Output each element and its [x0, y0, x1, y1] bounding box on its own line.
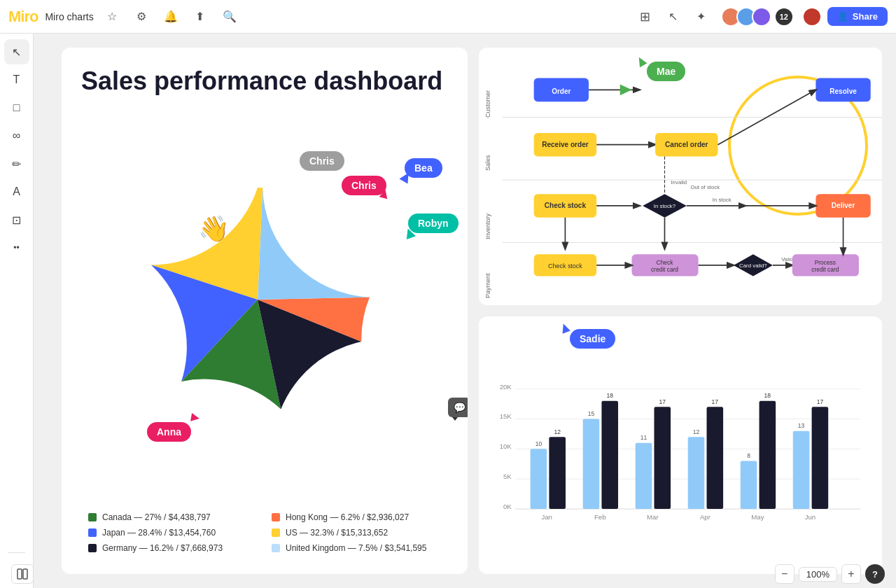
svg-text:Check: Check — [657, 259, 674, 266]
notifications-icon[interactable]: 🔔 — [160, 6, 182, 28]
svg-text:10: 10 — [536, 440, 542, 447]
help-button[interactable]: ? — [865, 564, 885, 584]
svg-text:0K: 0K — [503, 503, 512, 510]
pie-svg — [146, 188, 370, 412]
left-panel: Sales performance dashboard Chris Chris … — [62, 48, 468, 574]
comment-icon-2-symbol: 💬 — [454, 402, 465, 413]
svg-text:15K: 15K — [500, 412, 512, 420]
comment-icon-2[interactable]: 💬 — [448, 398, 468, 417]
svg-rect-70 — [688, 437, 705, 509]
current-user-avatar[interactable] — [802, 7, 822, 27]
panel-toggle-button[interactable] — [11, 564, 34, 584]
legend-dot-canada — [88, 513, 97, 522]
svg-text:17: 17 — [659, 398, 666, 405]
share-button[interactable]: 👤 Share — [827, 7, 888, 26]
svg-text:Order: Order — [552, 88, 570, 95]
canvas[interactable]: Sales performance dashboard Chris Chris … — [34, 34, 896, 588]
board-name[interactable]: Miro charts — [45, 11, 93, 22]
svg-text:10K: 10K — [500, 442, 512, 450]
flow-label-sales: Sales — [484, 132, 491, 195]
main-content: Sales performance dashboard Chris Chris … — [62, 48, 882, 574]
legend-item-japan: Japan — 28.4% / $13,454,760 — [88, 528, 258, 538]
chart-panel: Sadie 0K 5K 10K 15K 20K — [479, 316, 882, 574]
sidebar-separator — [8, 552, 25, 553]
svg-text:Card valid?: Card valid? — [739, 262, 767, 269]
legend-item-hongkong: Hong Kong — 6.2% / $2,936,027 — [272, 512, 441, 522]
svg-text:12: 12 — [554, 428, 561, 435]
svg-rect-55 — [531, 449, 547, 509]
svg-text:17: 17 — [712, 398, 719, 405]
svg-rect-61 — [601, 401, 618, 509]
text-tool[interactable]: T — [4, 67, 29, 92]
magic-icon[interactable]: ✦ — [690, 6, 713, 28]
cursor-tool[interactable]: ↖ — [4, 39, 29, 64]
flow-panel: Mae Customer Sales Inventory Payment — [479, 48, 882, 305]
settings-icon[interactable]: ⚙ — [130, 6, 153, 28]
svg-text:Mar: Mar — [647, 513, 659, 521]
svg-text:Cancel order: Cancel order — [665, 141, 708, 148]
svg-text:Receive order: Receive order — [542, 141, 589, 148]
search-icon[interactable]: 🔍 — [218, 6, 241, 28]
svg-text:May: May — [751, 513, 764, 521]
cursor-icon[interactable]: ↖ — [662, 6, 685, 28]
cursor-robyn: Robyn — [408, 214, 458, 233]
share-icon[interactable]: ⬆ — [189, 6, 211, 28]
svg-text:Invalid: Invalid — [671, 179, 687, 186]
sticky-tool[interactable]: □ — [4, 95, 29, 120]
share-icon-person: 👤 — [837, 11, 848, 22]
svg-rect-86 — [23, 569, 27, 579]
avatar-count[interactable]: 12 — [774, 7, 794, 27]
star-icon[interactable]: ☆ — [101, 6, 123, 28]
apps-icon[interactable]: ⊞ — [634, 6, 657, 28]
pen-tool[interactable]: ✏ — [4, 151, 29, 176]
legend-item-germany: Germany — 16.2% / $7,668,973 — [88, 543, 258, 553]
legend-item-canada: Canada — 27% / $4,438,797 — [88, 512, 258, 522]
svg-marker-6 — [620, 85, 632, 96]
svg-rect-65 — [636, 443, 652, 509]
svg-text:12: 12 — [693, 428, 700, 435]
svg-text:Out of stock: Out of stock — [690, 184, 720, 190]
cursor-bea: Bea — [405, 158, 442, 178]
legend-dot-hongkong — [272, 513, 280, 522]
bar-chart-svg: 0K 5K 10K 15K 20K 10 — [493, 328, 868, 563]
svg-text:15: 15 — [588, 410, 595, 417]
svg-text:Resolve: Resolve — [830, 88, 857, 95]
zoom-out-button[interactable]: − — [775, 564, 794, 584]
svg-text:Apr: Apr — [700, 513, 711, 521]
avatar-3[interactable] — [752, 7, 771, 27]
legend-dot-germany — [88, 544, 97, 552]
svg-text:Check stock: Check stock — [545, 202, 587, 209]
flow-label-inventory: Inventory — [484, 195, 491, 258]
cursor-arrow-bea — [399, 170, 412, 183]
svg-rect-81 — [812, 407, 829, 509]
svg-text:Jan: Jan — [541, 513, 552, 521]
bottombar-left — [11, 564, 34, 584]
svg-rect-60 — [583, 419, 600, 509]
svg-text:credit card: credit card — [651, 266, 678, 273]
svg-rect-76 — [760, 401, 776, 509]
frame-tool[interactable]: ⊡ — [4, 207, 29, 232]
link-tool[interactable]: ∞ — [4, 123, 29, 148]
svg-rect-75 — [741, 461, 757, 510]
svg-text:Feb: Feb — [594, 513, 606, 521]
svg-text:17: 17 — [817, 398, 824, 405]
legend-dot-uk — [272, 544, 280, 552]
bottombar-right: − 100% + ? — [775, 564, 885, 584]
miro-logo[interactable]: Miro — [8, 8, 38, 26]
cursor-arrow-sadie — [561, 323, 569, 332]
zoom-in-button[interactable]: + — [841, 564, 861, 584]
topbar: Miro Miro charts ☆ ⚙ 🔔 ⬆ 🔍 ⊞ ↖ ✦ 12 👤 Sh… — [0, 0, 896, 34]
zoom-level-display: 100% — [799, 567, 837, 582]
svg-text:18: 18 — [764, 392, 771, 399]
text-style-tool[interactable]: A — [4, 179, 29, 204]
cursor-chris-gray: Chris — [300, 151, 344, 171]
cursor-arrow-anna — [191, 414, 200, 422]
svg-text:11: 11 — [640, 434, 648, 441]
more-tool[interactable]: •• — [4, 235, 29, 260]
cursor-arrow-robyn — [403, 227, 416, 239]
svg-text:Check stock: Check stock — [548, 262, 582, 270]
flowchart-svg: Order Resolve Receive order Cance — [493, 55, 882, 305]
right-panels: Mae Customer Sales Inventory Payment — [479, 48, 882, 574]
svg-text:Jun: Jun — [805, 513, 816, 521]
bottombar: − 100% + ? — [0, 560, 896, 588]
